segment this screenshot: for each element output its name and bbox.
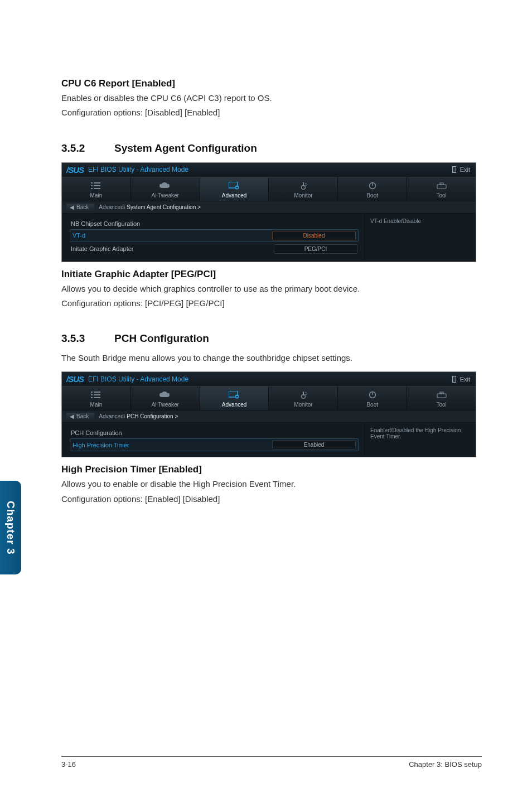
crumb-current: PCH Configuration > xyxy=(127,413,178,419)
asus-logo: /SUS xyxy=(66,374,84,384)
hpt-desc: Allows you to enable or disable the High… xyxy=(61,479,482,490)
tab-tool[interactable]: Tool xyxy=(407,177,476,201)
tab-main-label: Main xyxy=(90,402,103,408)
svg-rect-4 xyxy=(91,185,93,186)
page-footer: 3-16 Chapter 3: BIOS setup xyxy=(61,756,482,769)
svg-rect-26 xyxy=(94,397,100,398)
tab-monitor-label: Monitor xyxy=(294,192,312,199)
exit-label: Exit xyxy=(460,376,470,383)
vtd-value[interactable]: Disabled xyxy=(272,231,356,240)
power-icon xyxy=(369,391,376,399)
hpt-label: High Precision Timer xyxy=(72,442,272,448)
nbchipset-label: NB Chipset Configuration xyxy=(71,220,357,227)
tab-monitor[interactable]: Monitor xyxy=(269,386,338,410)
svg-rect-12 xyxy=(303,182,304,186)
hpt-value[interactable]: Enabled xyxy=(272,440,356,450)
row-vtd[interactable]: VT-d Disabled xyxy=(70,229,359,242)
section-353-num: 3.5.3 xyxy=(61,332,114,345)
svg-rect-6 xyxy=(91,188,93,189)
crumb-current: System Agent Configuration > xyxy=(127,204,201,210)
back-arrow-icon: ◀ xyxy=(70,204,74,210)
exit-button[interactable]: Exit xyxy=(452,166,470,173)
exit-label: Exit xyxy=(460,166,470,173)
chapter-side-tab: Chapter 3 xyxy=(0,481,21,574)
back-arrow-icon: ◀ xyxy=(70,413,74,419)
tab-tweaker[interactable]: Ai Tweaker xyxy=(131,177,200,201)
toolbox-icon xyxy=(437,392,447,398)
tab-boot[interactable]: Boot xyxy=(338,386,407,410)
svg-rect-1 xyxy=(453,167,456,172)
svg-rect-24 xyxy=(94,394,100,395)
svg-rect-18 xyxy=(440,183,443,185)
svg-rect-5 xyxy=(94,185,100,186)
bios1-title: EFI BIOS Utility - Advanced Mode xyxy=(88,166,188,173)
thermo-icon xyxy=(299,182,307,190)
power-icon xyxy=(369,182,376,190)
bios2-breadcrumb: ◀Back Advanced\ PCH Configuration > xyxy=(62,410,476,423)
tab-advanced[interactable]: Advanced xyxy=(200,177,269,201)
bios-screenshot-pch: /SUS EFI BIOS Utility - Advanced Mode Ex… xyxy=(61,371,476,457)
section-352-heading: 3.5.2System Agent Configuration xyxy=(61,142,482,154)
bios1-titlebar: /SUS EFI BIOS Utility - Advanced Mode Ex… xyxy=(62,163,476,177)
tab-boot-label: Boot xyxy=(366,192,378,199)
svg-rect-37 xyxy=(440,392,443,394)
tab-advanced[interactable]: Advanced xyxy=(200,386,269,410)
toolbox-icon xyxy=(437,182,447,189)
bios2-tabs: Main Ai Tweaker Advanced Monitor Boot To… xyxy=(62,386,476,410)
tab-main[interactable]: Main xyxy=(62,177,131,201)
monitor-lock-icon xyxy=(229,182,240,190)
svg-rect-10 xyxy=(236,187,238,189)
svg-rect-31 xyxy=(303,392,304,395)
bios1-help-pane: VT-d Enable/Disable xyxy=(364,214,476,262)
crumb-path: Advanced\ xyxy=(99,204,125,210)
svg-rect-29 xyxy=(236,396,238,398)
monitor-lock-icon xyxy=(229,391,240,399)
tab-advanced-label: Advanced xyxy=(222,402,246,408)
tab-monitor[interactable]: Monitor xyxy=(269,177,338,201)
svg-rect-23 xyxy=(91,394,93,395)
svg-rect-2 xyxy=(91,182,93,183)
svg-rect-3 xyxy=(94,182,100,183)
thermo-icon xyxy=(299,391,307,399)
bios2-titlebar: /SUS EFI BIOS Utility - Advanced Mode Ex… xyxy=(62,372,476,386)
tab-tool-label: Tool xyxy=(436,402,446,408)
section-352-num: 3.5.2 xyxy=(61,142,114,154)
section-353-title: PCH Configuration xyxy=(114,332,209,344)
hpt-heading: High Precision Timer [Enabled] xyxy=(61,464,482,475)
section-352-title: System Agent Configuration xyxy=(114,142,257,154)
svg-rect-36 xyxy=(437,394,446,398)
row-nbchipset[interactable]: NB Chipset Configuration xyxy=(70,218,359,229)
row-pchconf[interactable]: PCH Configuration xyxy=(70,427,359,438)
svg-rect-17 xyxy=(437,185,446,189)
tab-boot[interactable]: Boot xyxy=(338,177,407,201)
footer-chapter: Chapter 3: BIOS setup xyxy=(409,760,482,769)
iga-desc: Allows you to decide which graphics cont… xyxy=(61,283,482,294)
tab-tweaker[interactable]: Ai Tweaker xyxy=(131,386,200,410)
page-number: 3-16 xyxy=(61,760,76,769)
tab-tool[interactable]: Tool xyxy=(407,386,476,410)
svg-rect-21 xyxy=(91,392,93,393)
svg-rect-7 xyxy=(94,188,100,189)
iga-value[interactable]: PEG/PCI xyxy=(274,244,357,254)
asus-logo: /SUS xyxy=(66,165,84,175)
row-iga[interactable]: Initate Graphic Adapter PEG/PCI xyxy=(70,242,359,256)
chapter-label: Chapter 3 xyxy=(4,501,17,555)
bios1-tabs: Main Ai Tweaker Advanced Monitor Boot To… xyxy=(62,177,476,201)
back-label: Back xyxy=(76,204,89,210)
back-button[interactable]: ◀Back xyxy=(66,413,94,420)
tab-main[interactable]: Main xyxy=(62,386,131,410)
cloud-icon xyxy=(159,392,171,398)
tab-monitor-label: Monitor xyxy=(294,402,312,408)
crumb-path: Advanced\ xyxy=(99,413,125,419)
exit-icon xyxy=(452,166,458,173)
bios2-title: EFI BIOS Utility - Advanced Mode xyxy=(88,375,188,383)
pchconf-label: PCH Configuration xyxy=(71,429,357,436)
bios2-help-pane: Enabled/Disabled the High Precision Even… xyxy=(364,423,476,457)
back-button[interactable]: ◀Back xyxy=(66,204,94,211)
tab-boot-label: Boot xyxy=(366,402,378,408)
bios1-breadcrumb: ◀Back Advanced\ System Agent Configurati… xyxy=(62,201,476,214)
cloud-icon xyxy=(159,182,171,189)
exit-button[interactable]: Exit xyxy=(452,376,470,383)
row-hpt[interactable]: High Precision Timer Enabled xyxy=(70,438,359,451)
bios-screenshot-sysagent: /SUS EFI BIOS Utility - Advanced Mode Ex… xyxy=(61,162,476,262)
